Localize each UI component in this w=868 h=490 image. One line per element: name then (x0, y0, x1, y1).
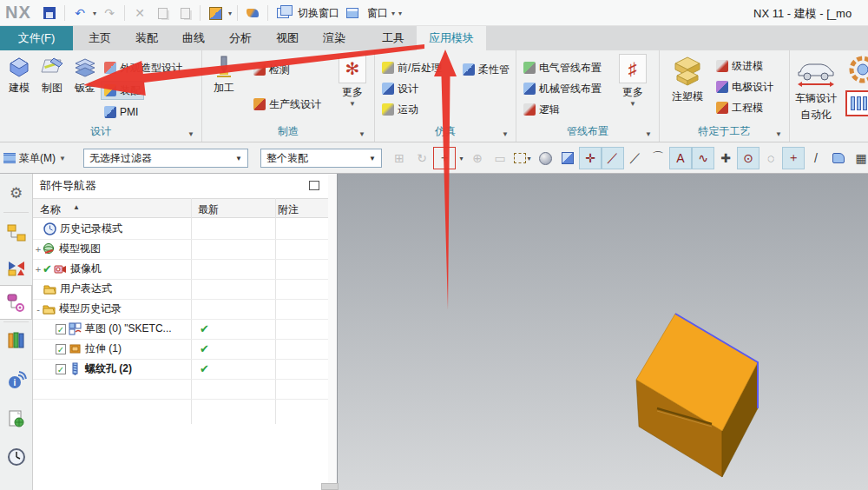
selection-scope-combo[interactable]: 整个装配 ▼ (260, 149, 382, 168)
tab-home[interactable]: 主页 (76, 26, 123, 50)
grid-snap-icon[interactable]: ▦ (851, 148, 868, 169)
manufacturing-group-caret-icon[interactable]: ▼ (358, 130, 365, 138)
studio-button[interactable]: 外观造型设计 (102, 59, 185, 76)
tab-assemblies[interactable]: 装配 (123, 26, 170, 50)
roller-gear-icon[interactable]: ⚙ (0, 175, 32, 210)
view-cube-button[interactable] (206, 3, 225, 23)
collapse-icon[interactable]: - (34, 304, 43, 315)
system-clock-icon[interactable] (0, 440, 32, 474)
qat-overflow-icon[interactable]: ▾ (398, 10, 402, 17)
manufacturing-more-button[interactable]: ✻ 更多 ▼ (338, 54, 367, 108)
tab-view[interactable]: 视图 (264, 26, 311, 50)
checkbox-icon[interactable]: ✓ (56, 344, 66, 354)
constraint-navigator-icon[interactable] (0, 250, 32, 285)
window-menu-button[interactable] (343, 3, 362, 23)
assembly-constraints-icon[interactable]: ⊞ (389, 148, 410, 169)
modeling-button[interactable]: 建模 (3, 55, 36, 96)
sheet-metal-button[interactable]: 钣金 (69, 55, 102, 96)
logical-routing-button[interactable]: 逻辑 (521, 101, 562, 118)
view-cube-icon-2[interactable] (557, 148, 578, 169)
intersection-snap-icon[interactable]: ✚ (715, 148, 736, 169)
tree-row-user-expressions[interactable]: 用户表达式 (33, 279, 328, 299)
drafting-button[interactable]: 制图 (36, 55, 69, 96)
column-name[interactable]: 名称 (40, 202, 61, 217)
line-snap-2-icon[interactable]: ／ (625, 148, 646, 169)
electrode-button[interactable]: 电极设计 (713, 78, 776, 96)
redo-button[interactable]: ↷ (100, 3, 119, 23)
tab-application-modules[interactable]: 应用模块 (417, 26, 486, 50)
electrical-routing-button[interactable]: 电气管线布置 (521, 59, 604, 76)
tree-row-model-history[interactable]: - 模型历史记录 (33, 299, 328, 319)
window-caret-icon[interactable]: ▾ (391, 10, 395, 17)
tree-row-sketch[interactable]: ✓ 草图 (0) "SKETC... ✔ (33, 319, 328, 339)
window-menu-label[interactable]: 窗口 (367, 6, 388, 21)
vehicle-bars-icon[interactable] (845, 90, 868, 116)
expander-icon[interactable]: + (34, 244, 43, 255)
routing-group-caret-icon[interactable]: ▼ (645, 130, 652, 138)
assembly-navigator-icon[interactable] (0, 215, 32, 250)
tree-row-cameras[interactable]: + ✔ 摄像机 (33, 259, 328, 279)
shaded-sphere-icon[interactable] (535, 148, 556, 169)
tree-row-model-views[interactable]: + 模型视图 (33, 239, 328, 259)
copy-button[interactable] (153, 3, 172, 23)
tab-tools[interactable]: 工具 (370, 26, 417, 50)
cut-button[interactable]: ✕ (130, 3, 149, 23)
panel-resize-sash[interactable] (328, 174, 337, 490)
vehicle-design-button[interactable]: 车辆设计 自动化 (792, 53, 840, 122)
tab-render[interactable]: 渲染 (311, 26, 358, 50)
curve-snap-icon[interactable]: ∿ (693, 148, 713, 169)
flexible-pipe-button[interactable]: 柔性管 (460, 61, 512, 78)
part-navigator-icon[interactable] (0, 285, 32, 320)
sort-ascending-icon[interactable]: ▲ (73, 203, 80, 211)
machining-button[interactable]: 加工 (207, 55, 240, 96)
arc-snap-icon[interactable]: ⌒ (648, 148, 668, 169)
mechanical-routing-button[interactable]: 机械管线布置 (521, 80, 604, 97)
inspection-button[interactable]: 检测 (251, 61, 293, 78)
paste-button[interactable] (175, 3, 194, 23)
tree-row-history-mode[interactable]: 历史记录模式 (33, 219, 328, 239)
rotate-point-icon[interactable]: ⊕ (467, 148, 488, 169)
column-latest[interactable]: 最新 (198, 202, 219, 217)
tab-curve[interactable]: 曲线 (170, 26, 217, 50)
mold-button[interactable]: 注塑模 (665, 53, 710, 104)
view-cube-caret-icon[interactable]: ▾ (228, 10, 232, 17)
design-group-caret-icon[interactable]: ▼ (187, 130, 194, 138)
undock-button[interactable] (309, 181, 319, 190)
routing-more-button[interactable]: ♯ 更多 ▼ (618, 54, 648, 108)
splitter-handle[interactable] (321, 483, 339, 490)
tab-file[interactable]: 文件(F) (0, 26, 73, 50)
navigator-column-header[interactable]: 名称 ▲ 最新 附注 (33, 198, 328, 218)
menu-button[interactable]: 菜单(M) ▼ (3, 149, 66, 168)
tree-row-threaded-hole[interactable]: ✓ 螺纹孔 (2) ✔ (33, 359, 328, 379)
motion-button[interactable]: 运动 (379, 101, 421, 118)
center-snap-icon[interactable]: ⊙ (738, 148, 759, 169)
marquee-select-icon[interactable]: ▾ (512, 148, 533, 169)
pre-post-button[interactable]: 前/后处理 (379, 59, 444, 76)
save-button[interactable] (40, 3, 59, 23)
undo-caret-icon[interactable]: ▾ (93, 10, 96, 17)
quadrant-snap-icon[interactable]: ◌ (760, 148, 781, 169)
pmi-button[interactable]: PMI (102, 103, 141, 121)
internet-navigator-icon[interactable]: i (0, 363, 32, 398)
point-on-curve-icon[interactable]: ＋ (783, 148, 804, 169)
expander-icon[interactable]: + (34, 264, 43, 275)
line-design-button[interactable]: 生产线设计 (251, 96, 324, 113)
checkbox-icon[interactable]: ✓ (56, 364, 66, 374)
undo-button[interactable]: ↶ (70, 3, 89, 23)
switch-window-label[interactable]: 切换窗口 (298, 6, 339, 21)
assembly-button[interactable]: 装配 (102, 82, 143, 99)
process-group-caret-icon[interactable]: ▼ (775, 130, 782, 138)
switch-window-button[interactable] (273, 3, 293, 23)
slash-snap-icon[interactable]: / (806, 148, 826, 169)
dropdown-caret-icon[interactable]: ▾ (457, 148, 465, 169)
selection-filter-combo[interactable]: 无选择过滤器 ▼ (83, 149, 248, 168)
snap-point-icon[interactable]: ✛ (580, 148, 601, 169)
move-component-icon[interactable]: ↻ (411, 148, 432, 169)
face-snap-icon[interactable] (828, 148, 849, 169)
tree-row-extrude[interactable]: ✓ 拉伸 (1) ✔ (33, 339, 328, 359)
reuse-library-icon[interactable] (0, 323, 32, 358)
point-filter-icon[interactable]: ＋ (434, 148, 455, 169)
progressive-die-button[interactable]: 级进模 (713, 57, 766, 75)
sim-design-button[interactable]: 设计 (379, 80, 421, 97)
handles-icon[interactable]: ▭ (490, 148, 510, 169)
